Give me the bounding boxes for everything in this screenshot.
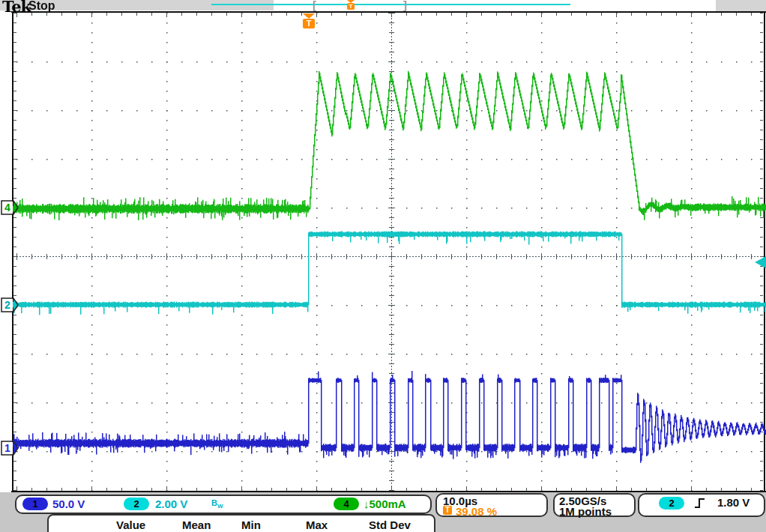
trigger-position-flag: T bbox=[303, 19, 315, 28]
channel-1-marker[interactable]: 1 bbox=[1, 441, 19, 456]
trigger-position-percent: 39.08 % bbox=[456, 505, 497, 518]
acquisition-status[interactable]: Stop bbox=[28, 0, 55, 13]
measurement-table: Value Mean Min Max Std Dev bbox=[47, 514, 435, 532]
trigger-readout-box[interactable]: 2 1.80 V bbox=[638, 493, 765, 517]
channel-4-scale[interactable]: ↓500mA bbox=[364, 498, 406, 510]
channel-readout-box: 1 50.0 V 2 2.00 V BW 4 ↓500mA bbox=[15, 495, 432, 514]
channel-1-badge[interactable]: 1 bbox=[22, 498, 48, 510]
record-length: 1M points bbox=[559, 505, 612, 518]
measure-header-min: Min bbox=[241, 519, 261, 531]
record-window-bracket-left[interactable]: [ bbox=[313, 0, 316, 11]
oscilloscope-screen: Tek Stop [ ] T T 4 2 1 1 50.0 V 2 2.00 V bbox=[0, 0, 766, 532]
trigger-marker-flag: T bbox=[347, 3, 355, 10]
trigger-position-point-icon bbox=[303, 13, 315, 19]
channel-1-marker-label: 1 bbox=[4, 442, 10, 454]
trigger-source-badge: 2 bbox=[659, 497, 684, 510]
trigger-badge-icon: T bbox=[443, 506, 452, 515]
bandwidth-limit-icon: BW bbox=[211, 498, 223, 510]
timebase-readout-box[interactable]: 10.0µs T 39.08 % bbox=[435, 493, 548, 517]
topbar-background-right bbox=[716, 0, 766, 11]
channel-4-marker[interactable]: 4 bbox=[1, 200, 19, 215]
tek-logo: Tek bbox=[2, 0, 31, 16]
acquisition-readout-box[interactable]: 2.50GS/s 1M points bbox=[553, 493, 636, 517]
channel-4-marker-label: 4 bbox=[4, 202, 10, 214]
trigger-position-marker-icon[interactable]: T bbox=[303, 13, 315, 28]
channel-1-scale[interactable]: 50.0 V bbox=[52, 498, 85, 510]
measure-header-value: Value bbox=[116, 519, 145, 531]
trigger-slope-rising-icon bbox=[693, 497, 706, 510]
channel-2-badge[interactable]: 2 bbox=[124, 498, 149, 510]
channel-4-badge[interactable]: 4 bbox=[334, 498, 359, 510]
channel-2-scale[interactable]: 2.00 V bbox=[155, 498, 187, 510]
measure-header-mean: Mean bbox=[182, 519, 211, 531]
measure-header-max: Max bbox=[306, 519, 328, 531]
channel-2-marker-label: 2 bbox=[4, 299, 10, 311]
trigger-level-arrow-icon[interactable] bbox=[755, 256, 766, 268]
measure-header-stddev: Std Dev bbox=[369, 519, 411, 531]
trigger-level: 1.80 V bbox=[717, 496, 750, 509]
record-trigger-marker-icon[interactable]: T bbox=[347, 0, 355, 10]
channel-2-marker[interactable]: 2 bbox=[1, 297, 19, 312]
record-view-bar[interactable] bbox=[211, 4, 570, 5]
record-window-bracket-right[interactable]: ] bbox=[403, 0, 407, 11]
waveform-display[interactable] bbox=[0, 0, 766, 532]
